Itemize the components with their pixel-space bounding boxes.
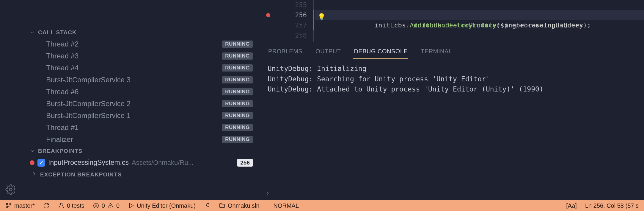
flame-icon <box>204 202 211 209</box>
thread-name: Thread #1 <box>46 123 222 132</box>
editor-panel-area: 255 256 257 258 💡 initEcb.DestroyEntity(… <box>259 0 644 200</box>
thread-name: Thread #4 <box>46 64 222 72</box>
chevron-right-icon <box>265 190 271 198</box>
beaker-icon <box>58 202 65 209</box>
svg-point-0 <box>10 188 12 191</box>
thread-row[interactable]: Thread #3RUNNING <box>0 50 259 62</box>
git-branch-status[interactable]: master* <box>5 202 35 209</box>
thread-status-badge: RUNNING <box>222 124 253 131</box>
tab-output[interactable]: OUTPUT <box>315 46 341 59</box>
errors-status[interactable]: 0 0 <box>93 202 120 209</box>
thread-status-badge: RUNNING <box>222 88 253 95</box>
play-icon <box>128 202 134 209</box>
callstack-header[interactable]: CALL STACK <box>0 27 259 38</box>
panel-tabs: PROBLEMS OUTPUT DEBUG CONSOLE TERMINAL <box>259 42 644 59</box>
line-number[interactable]: 256 <box>259 10 312 20</box>
breakpoint-marker-icon[interactable] <box>266 13 270 17</box>
thread-row[interactable]: Thread #2RUNNING <box>0 38 259 50</box>
thread-name: Thread #2 <box>46 40 222 48</box>
breakpoint-file: InputProcessingSystem.cs <box>48 159 129 167</box>
code-line[interactable] <box>315 0 644 10</box>
sync-icon <box>43 202 50 209</box>
case-sensitivity[interactable]: [Aa] <box>566 202 577 209</box>
thread-status-badge: RUNNING <box>222 41 253 48</box>
callstack-label: CALL STACK <box>38 29 77 36</box>
thread-name: Thread #3 <box>46 52 222 60</box>
thread-row[interactable]: Thread #4RUNNING <box>0 62 259 74</box>
indent-ruler <box>312 0 315 42</box>
thread-name: Finalizer <box>46 135 222 144</box>
cursor-position[interactable]: Ln 256, Col 58 (57 s <box>585 202 639 209</box>
thread-row[interactable]: Burst-JitCompilerService 2RUNNING <box>0 98 259 110</box>
svg-marker-10 <box>130 204 133 208</box>
debug-console-output[interactable]: UnityDebug: Initializing UnityDebug: Sea… <box>259 59 644 188</box>
flame-status[interactable] <box>204 202 211 209</box>
error-icon <box>93 202 99 209</box>
line-number[interactable]: 257 <box>259 20 312 30</box>
tests-status[interactable]: 0 tests <box>58 202 84 209</box>
exception-breakpoints-header[interactable]: EXCEPTION BREAKPOINTS <box>0 168 259 181</box>
thread-name: Burst-JitCompilerService 1 <box>46 111 222 120</box>
thread-name: Burst-JitCompilerService 2 <box>46 100 222 108</box>
breakpoint-checkbox[interactable]: ✓ <box>37 159 45 167</box>
chevron-down-icon <box>30 148 35 154</box>
debug-sidebar: CALL STACK Thread #2RUNNINGThread #3RUNN… <box>0 0 259 200</box>
gear-icon[interactable] <box>5 184 16 195</box>
exception-breakpoints-label: EXCEPTION BREAKPOINTS <box>40 171 122 178</box>
chevron-right-icon <box>31 171 37 178</box>
line-number[interactable]: 255 <box>259 0 312 10</box>
thread-row[interactable]: Thread #6RUNNING <box>0 86 259 98</box>
breakpoints-label: BREAKPOINTS <box>38 148 82 154</box>
svg-point-3 <box>10 203 11 205</box>
thread-name: Burst-JitCompilerService 3 <box>46 76 222 84</box>
debug-console-input[interactable] <box>259 188 644 200</box>
folder-icon <box>219 202 225 209</box>
thread-name: Thread #6 <box>46 88 222 96</box>
breakpoint-item[interactable]: ✓ InputProcessingSystem.cs Assets/Onmaku… <box>0 157 259 168</box>
thread-status-badge: RUNNING <box>222 136 253 143</box>
git-branch-icon <box>5 202 12 209</box>
warning-icon <box>107 202 114 209</box>
thread-status-badge: RUNNING <box>222 52 253 60</box>
breakpoint-path: Assets/Onmaku/Ru... <box>132 159 194 167</box>
code-body[interactable]: 💡 initEcb.DestroyEntity(singleFrameInput… <box>315 0 644 42</box>
thread-row[interactable]: Thread #1RUNNING <box>0 122 259 134</box>
status-bar: master* 0 tests 0 0 Unity Editor (Onmaku… <box>0 200 644 211</box>
thread-row[interactable]: Burst-JitCompilerService 1RUNNING <box>0 110 259 122</box>
thread-status-badge: RUNNING <box>222 100 253 107</box>
svg-point-9 <box>110 207 111 207</box>
breakpoints-header[interactable]: BREAKPOINTS <box>0 145 259 157</box>
thread-status-badge: RUNNING <box>222 112 253 119</box>
thread-status-badge: RUNNING <box>222 64 253 72</box>
thread-status-badge: RUNNING <box>222 76 253 83</box>
breakpoint-line-badge: 256 <box>237 159 253 167</box>
sync-button[interactable] <box>43 202 50 209</box>
line-number[interactable]: 258 <box>259 30 312 41</box>
chevron-down-icon <box>30 30 35 35</box>
vim-mode: -- NORMAL -- <box>268 202 304 209</box>
editor-gutter[interactable]: 255 256 257 258 <box>259 0 312 42</box>
svg-point-2 <box>6 207 8 208</box>
code-line[interactable] <box>315 30 644 41</box>
debug-target[interactable]: Unity Editor (Onmaku) <box>128 202 196 209</box>
thread-row[interactable]: FinalizerRUNNING <box>0 134 259 145</box>
code-line[interactable]: 💡 initEcb.DestroyEntity(singleFrameInput… <box>315 10 644 20</box>
tab-debug-console[interactable]: DEBUG CONSOLE <box>353 46 408 59</box>
code-line[interactable]: initEcbs.AddJobHandleForProducer(preproc… <box>315 20 644 30</box>
bottom-panel: PROBLEMS OUTPUT DEBUG CONSOLE TERMINAL U… <box>259 42 644 200</box>
tab-problems[interactable]: PROBLEMS <box>268 46 303 59</box>
solution-status[interactable]: Onmaku.sln <box>219 202 260 209</box>
code-editor[interactable]: 255 256 257 258 💡 initEcb.DestroyEntity(… <box>259 0 644 42</box>
svg-point-1 <box>6 203 8 205</box>
breakpoint-dot-icon <box>30 160 34 165</box>
thread-row[interactable]: Burst-JitCompilerService 3RUNNING <box>0 74 259 86</box>
tab-terminal[interactable]: TERMINAL <box>420 46 453 59</box>
